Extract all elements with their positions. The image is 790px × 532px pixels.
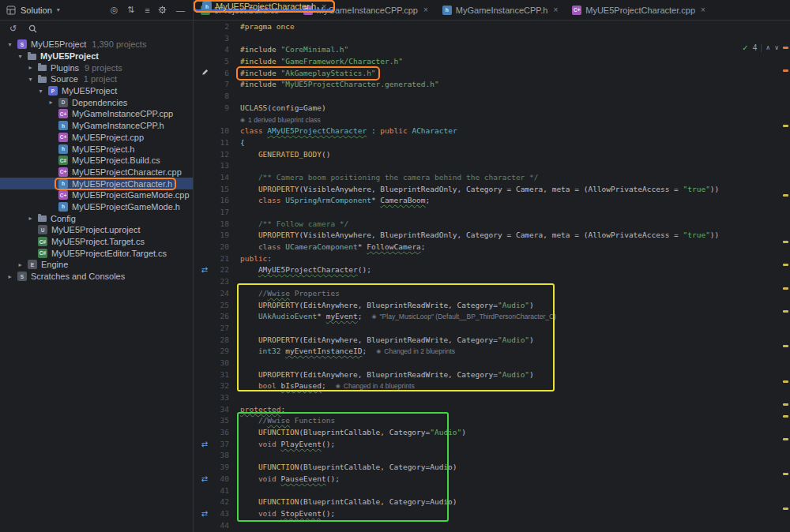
- tree-item[interactable]: ▸DDependencies: [0, 96, 193, 108]
- scrollbar-mark[interactable]: [783, 415, 788, 418]
- close-tab-icon[interactable]: ×: [284, 6, 289, 14]
- tree-item[interactable]: ▾Source1 project: [0, 73, 193, 85]
- code-line[interactable]: ⇄40 void PauseEvent();: [194, 474, 790, 485]
- code-line[interactable]: 41: [194, 485, 790, 497]
- tree-item[interactable]: hMyUE5ProjectCharacter.h: [0, 178, 193, 189]
- view-options-icon[interactable]: ≡: [141, 6, 153, 15]
- tree-item[interactable]: hMyUE5ProjectGameMode.h: [0, 201, 193, 213]
- code-line[interactable]: 34protected:: [194, 404, 790, 416]
- tab-5Project.Build.cs[interactable]: C#5Project.Build.cs×: [194, 0, 296, 20]
- code-line[interactable]: 3: [194, 33, 790, 45]
- settings-gear-icon[interactable]: [158, 6, 170, 14]
- code-line[interactable]: 17: [194, 207, 790, 219]
- blueprint-sync-icon[interactable]: ⇄: [201, 474, 208, 485]
- blueprint-sync-icon[interactable]: ⇄: [201, 264, 208, 276]
- tree-item[interactable]: UMyUE5Project.uproject: [0, 224, 193, 236]
- scrollbar-mark[interactable]: [783, 264, 788, 266]
- chevron-expanded-icon[interactable]: ▾: [15, 53, 25, 60]
- context-action-pencil-icon[interactable]: [201, 68, 209, 80]
- code-line[interactable]: 35 //Wwise Functions: [194, 415, 790, 427]
- scrollbar-mark[interactable]: [783, 345, 788, 347]
- code-line[interactable]: 12 GENERATED_BODY(): [194, 149, 790, 161]
- code-line[interactable]: 42 UFUNCTION(BlueprintCallable, Category…: [194, 496, 790, 508]
- code-line[interactable]: 6#include "AkGameplayStatics.h": [194, 68, 790, 80]
- code-line[interactable]: 13: [194, 160, 790, 172]
- chevron-expanded-icon[interactable]: ▾: [36, 88, 46, 95]
- code-line[interactable]: 10class AMyUE5ProjectCharacter : public …: [194, 126, 790, 137]
- code-line[interactable]: 20 class UCameraComponent* FollowCamera;: [194, 242, 790, 253]
- code-line[interactable]: 16 class USpringArmComponent* CameraBoom…: [194, 195, 790, 207]
- tree-item[interactable]: C#MyUE5ProjectEditor.Target.cs: [0, 247, 193, 259]
- chevron-collapsed-icon[interactable]: ▸: [15, 261, 25, 268]
- search-icon[interactable]: [28, 24, 40, 33]
- scrollbar-mark[interactable]: [783, 69, 788, 72]
- tree-item[interactable]: hMyGameInstanceCPP.h: [0, 120, 193, 132]
- tree-item[interactable]: ▸Plugins9 projects: [0, 62, 193, 73]
- scrollbar-mark[interactable]: [783, 241, 788, 243]
- refresh-icon[interactable]: ↺: [7, 24, 19, 34]
- code-line[interactable]: 2#pragma once: [194, 21, 790, 33]
- scrollbar-mark[interactable]: [783, 194, 788, 197]
- tree-item[interactable]: C#MyUE5Project.Build.cs: [0, 155, 193, 167]
- scrollbar-mark[interactable]: [783, 125, 788, 127]
- code-line[interactable]: 30: [194, 358, 790, 369]
- scrollbar-mark[interactable]: [783, 438, 788, 440]
- chevron-expanded-icon[interactable]: ▾: [5, 41, 15, 48]
- code-line[interactable]: 38: [194, 450, 790, 462]
- tree-item[interactable]: C+MyGameInstanceCPP.cpp: [0, 108, 193, 120]
- close-tab-icon[interactable]: ×: [423, 6, 428, 14]
- scrollbar-mark[interactable]: [783, 310, 788, 313]
- chevron-collapsed-icon[interactable]: ▸: [5, 273, 15, 280]
- code-line[interactable]: 44: [194, 520, 790, 532]
- chevron-collapsed-icon[interactable]: ▸: [25, 215, 36, 222]
- solution-selector[interactable]: Solution: [21, 6, 52, 15]
- code-line[interactable]: 28 UPROPERTY(EditAnywhere, BlueprintRead…: [194, 335, 790, 347]
- code-line[interactable]: ⇄22 AMyUE5ProjectCharacter();: [194, 264, 790, 276]
- code-line[interactable]: 33: [194, 392, 790, 404]
- code-line[interactable]: 8: [194, 91, 790, 103]
- code-line[interactable]: 14 /** Camera boom positioning the camer…: [194, 172, 790, 184]
- close-tab-icon[interactable]: ×: [553, 6, 558, 14]
- locate-opened-file-icon[interactable]: ◎: [108, 5, 120, 15]
- scrollbar-mark[interactable]: [783, 508, 788, 510]
- code-line[interactable]: 25 UPROPERTY(EditAnywhere, BlueprintRead…: [194, 300, 790, 312]
- tab-MyUE5ProjectCharacter.cpp[interactable]: C+MyUE5ProjectCharacter.cpp×: [565, 0, 713, 20]
- scrollbar-mark[interactable]: [783, 47, 788, 49]
- inspections-widget[interactable]: ✓ 4 ∧ ∨: [742, 43, 779, 52]
- tree-item[interactable]: C+MyUE5ProjectGameMode.cpp: [0, 189, 193, 201]
- solution-view-icon[interactable]: [6, 6, 16, 15]
- code-line[interactable]: 26 UAkAudioEvent* myEvent;◉"Play_MusicLo…: [194, 311, 790, 323]
- code-line[interactable]: 11{: [194, 137, 790, 149]
- blueprint-sync-icon[interactable]: ⇄: [201, 439, 208, 451]
- scrollbar-mark[interactable]: [783, 473, 788, 475]
- hide-panel-icon[interactable]: —: [175, 6, 186, 15]
- close-tab-icon[interactable]: ×: [701, 6, 705, 14]
- code-line[interactable]: ⇄43 void StopEvent();: [194, 508, 790, 520]
- code-line[interactable]: 21public:: [194, 253, 790, 265]
- code-line[interactable]: 29 int32 myEventInstanceID;◉Changed in 2…: [194, 346, 790, 358]
- editor[interactable]: 2#pragma once34#include "CoreMinimal.h"5…: [194, 21, 790, 532]
- expand-collapse-icon[interactable]: ⇅: [125, 5, 137, 15]
- chevron-collapsed-icon[interactable]: ▸: [25, 64, 36, 71]
- chevron-expanded-icon[interactable]: ▾: [25, 76, 36, 83]
- tree-item[interactable]: ▾SMyUE5Project1,390 projects: [0, 39, 193, 51]
- tree-item[interactable]: ▾PMyUE5Project: [0, 85, 193, 97]
- tree-item[interactable]: ▸EEngine: [0, 259, 193, 271]
- next-issue-chevron-icon[interactable]: ∨: [774, 44, 779, 51]
- tree-item[interactable]: ▸SScratches and Consoles: [0, 271, 193, 283]
- code-line[interactable]: 15 UPROPERTY(VisibleAnywhere, BlueprintR…: [194, 184, 790, 196]
- code-line[interactable]: 31 UPROPERTY(EditAnywhere, BlueprintRead…: [194, 369, 790, 381]
- code-line[interactable]: 24 //Wwise Properties: [194, 288, 790, 300]
- code-line[interactable]: 18 /** Follow camera */: [194, 219, 790, 230]
- code-line[interactable]: 39 UFUNCTION(BlueprintCallable, Category…: [194, 462, 790, 474]
- code-line[interactable]: 32 bool bIsPaused;◉Changed in 4 blueprin…: [194, 380, 790, 392]
- code-line[interactable]: 5#include "GameFramework/Character.h": [194, 56, 790, 68]
- scrollbar-mark[interactable]: [783, 403, 788, 406]
- tree-item[interactable]: C#MyUE5Project.Target.cs: [0, 236, 193, 248]
- code-line[interactable]: ◉1 derived blueprint class: [194, 114, 790, 126]
- tree-item[interactable]: ▾MyUE5Project: [0, 51, 193, 62]
- prev-issue-chevron-icon[interactable]: ∧: [766, 44, 770, 51]
- code-line[interactable]: ⇄37 void PlayEvent();: [194, 439, 790, 451]
- code-line[interactable]: 23: [194, 276, 790, 288]
- tree-item[interactable]: C+MyUE5Project.cpp: [0, 132, 193, 144]
